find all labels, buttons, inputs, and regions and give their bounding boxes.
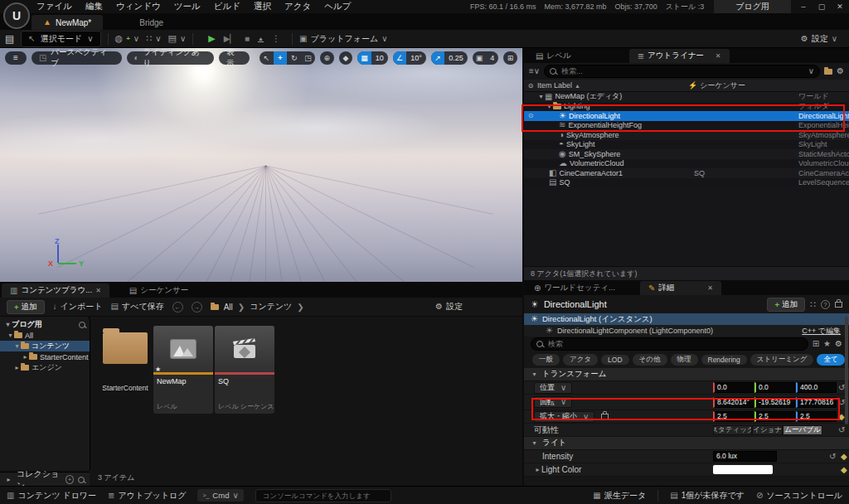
outliner-row-lighting[interactable]: ▾ Lighting フォルダ bbox=[524, 102, 849, 112]
tab-details[interactable]: ✎ 詳細 ✕ bbox=[640, 281, 721, 295]
intensity-field[interactable]: 6.0 lux bbox=[713, 451, 777, 462]
details-search-input[interactable] bbox=[546, 339, 803, 349]
project-root[interactable]: ▾ ブログ用 bbox=[0, 319, 90, 330]
viewport-menu-button[interactable]: ≡ bbox=[5, 51, 27, 65]
stop-button[interactable]: ■ bbox=[245, 35, 250, 43]
rotation-dropdown[interactable]: 回転 ∨ bbox=[534, 396, 572, 408]
tree-item-engine[interactable]: ▸ エンジン bbox=[0, 362, 90, 373]
toolbar-settings-button[interactable]: ⚙ 設定 ∨ bbox=[801, 33, 837, 45]
tree-item-content[interactable]: ▾ コンテンツ bbox=[0, 341, 90, 351]
filter-streaming[interactable]: ストリーミング bbox=[750, 354, 814, 366]
details-search[interactable] bbox=[531, 337, 808, 351]
content-drawer-button[interactable]: ▥ コンテンツ ドロワー bbox=[7, 490, 96, 502]
scale-x-field[interactable]: 2.5 bbox=[713, 411, 754, 422]
component-row-lightcomponent[interactable]: ☀ DirectionalLightComponent (LightCompon… bbox=[524, 325, 849, 337]
component-row-instance[interactable]: ☀ DirectionalLight (インスタンス) bbox=[524, 313, 849, 325]
col-sequencer[interactable]: シーケンサー bbox=[700, 80, 745, 91]
surface-snap-toggle[interactable]: ◆ bbox=[339, 51, 353, 65]
outliner-row-volumetriccloud[interactable]: ☁ VolumetricCloud VolumetricCloud bbox=[524, 159, 849, 169]
search-icon[interactable] bbox=[78, 477, 85, 483]
outliner-row-directionallight[interactable]: ⊙ ☀ DirectionalLight DirectionalLight bbox=[524, 111, 849, 121]
collections-bar[interactable]: ▸ コレクション + bbox=[0, 472, 90, 487]
quad-view-toggle[interactable]: ⊞ bbox=[503, 51, 517, 65]
location-x-field[interactable]: 0.0 bbox=[713, 382, 754, 393]
close-tab-icon[interactable]: ✕ bbox=[707, 285, 713, 292]
outliner-row-skysphere[interactable]: ◉ SM_SkySphere StaticMeshActor bbox=[524, 149, 849, 159]
camera-speed-value[interactable]: 4 bbox=[486, 54, 498, 62]
menu-build[interactable]: ビルド bbox=[214, 1, 240, 12]
cmd-dropdown[interactable]: >_ Cmd ∨ bbox=[197, 489, 243, 502]
cb-settings-button[interactable]: ⚙ 設定 bbox=[435, 301, 463, 313]
col-item-label[interactable]: Item Label bbox=[537, 81, 572, 90]
outliner-row-skyatmosphere[interactable]: ◑ SkyAtmosphere SkyAtmosphere bbox=[524, 130, 849, 140]
back-icon[interactable]: ← bbox=[172, 302, 183, 313]
angle-snap-value[interactable]: 10° bbox=[406, 54, 426, 62]
cinematics-button[interactable]: ▤∨ bbox=[167, 34, 186, 43]
outliner-search[interactable]: ∨ bbox=[544, 65, 820, 78]
reset-mobility-icon[interactable]: ↺ bbox=[838, 425, 845, 434]
maximize-button[interactable]: ▢ bbox=[813, 2, 831, 11]
menu-actor[interactable]: アクタ bbox=[284, 1, 311, 12]
select-mode-dropdown[interactable]: ↖ 選択モード ∨ bbox=[21, 31, 100, 47]
filter-general[interactable]: 一般 bbox=[532, 354, 560, 366]
filter-lod[interactable]: LOD bbox=[601, 355, 628, 365]
cb-add-button[interactable]: + 追加 bbox=[7, 300, 45, 314]
display-options-icon[interactable]: ⊞ bbox=[813, 340, 819, 348]
source-control-button[interactable]: ⊘ ソースコントロール bbox=[756, 490, 842, 502]
filter-all[interactable]: 全て bbox=[817, 354, 844, 366]
menu-tools[interactable]: ツール bbox=[174, 1, 201, 12]
tab-sequencer[interactable]: ▤ シーケンサー bbox=[121, 284, 196, 298]
select-tool[interactable]: ↖ bbox=[260, 51, 274, 65]
menu-select[interactable]: 選択 bbox=[254, 1, 271, 12]
rotation-x-field[interactable]: 8.642014° bbox=[713, 397, 754, 408]
scale-z-field[interactable]: 2.5 bbox=[796, 411, 837, 422]
filter-actor[interactable]: アクタ bbox=[563, 354, 598, 366]
import-button[interactable]: ↓ インポート bbox=[53, 301, 103, 313]
rotation-z-field[interactable]: 177.70816 bbox=[796, 397, 837, 408]
sequencer-binding[interactable]: SQ bbox=[694, 169, 705, 177]
angle-snap-toggle[interactable]: ∠ bbox=[393, 51, 406, 65]
edit-cpp-link[interactable]: C++ で編集 bbox=[802, 326, 841, 337]
asset-tile-startercontent[interactable]: StarterContent bbox=[97, 329, 153, 392]
view-mode-dropdown[interactable]: ◐ ライティングあり bbox=[127, 51, 215, 65]
menu-file[interactable]: ファイル bbox=[36, 1, 72, 12]
scale-dropdown[interactable]: 拡大・縮小 ∨ bbox=[534, 411, 594, 423]
scale-keyframe-icon[interactable]: ◆ bbox=[838, 412, 845, 421]
add-component-button[interactable]: + 追加 bbox=[767, 298, 805, 312]
console-command-box[interactable] bbox=[255, 489, 391, 502]
tab-outliner[interactable]: ≣ アウトライナー ✕ bbox=[629, 49, 730, 63]
outliner-settings-icon[interactable]: ⚙ bbox=[837, 67, 844, 75]
location-y-field[interactable]: 0.0 bbox=[754, 382, 795, 393]
location-dropdown[interactable]: 位置 ∨ bbox=[534, 382, 572, 394]
eye-icon[interactable]: ⊙ bbox=[524, 82, 537, 90]
eject-button[interactable]: ▲ bbox=[258, 36, 264, 42]
derived-data-button[interactable]: ▦ 派生データ bbox=[593, 490, 646, 502]
minimize-button[interactable]: – bbox=[794, 2, 813, 11]
new-folder-icon[interactable] bbox=[824, 69, 832, 75]
tab-levels[interactable]: ▤ レベル bbox=[527, 49, 580, 63]
skip-button[interactable]: ▶▏ bbox=[224, 35, 236, 43]
asset-card-newmap[interactable]: ★ NewMap レベル bbox=[153, 326, 213, 414]
outliner-row-cinecamera[interactable]: ◧ CineCameraActor1 SQ CineCameraActor bbox=[524, 168, 849, 178]
filter-icon[interactable]: ≡∨ bbox=[529, 67, 540, 75]
outliner-row-heightfog[interactable]: ≋ ExponentialHeightFog ExponentialHeight bbox=[524, 121, 849, 131]
breadcrumb-all[interactable]: All bbox=[224, 303, 233, 312]
forward-icon[interactable]: → bbox=[192, 302, 202, 313]
tab-bridge[interactable]: Bridge bbox=[128, 15, 175, 30]
mobility-movable[interactable]: ムーバブル bbox=[783, 425, 822, 435]
scale-y-field[interactable]: 2.5 bbox=[754, 411, 795, 422]
close-tab-icon[interactable]: ✕ bbox=[95, 288, 101, 294]
blueprint-convert-icon[interactable]: ∷ bbox=[810, 300, 816, 309]
play-options-kebab-icon[interactable]: ⋮ bbox=[272, 35, 280, 43]
details-scrollbar[interactable] bbox=[845, 317, 848, 424]
outliner-search-input[interactable] bbox=[560, 66, 805, 76]
menu-window[interactable]: ウィンドウ bbox=[116, 1, 161, 12]
save-all-button[interactable]: ▤ すべて保存 bbox=[111, 301, 164, 313]
add-collection-icon[interactable]: + bbox=[65, 475, 74, 484]
add-actor-button[interactable]: ◍+∨ bbox=[115, 34, 140, 43]
color-keyframe-icon[interactable]: ◆ bbox=[841, 465, 847, 474]
rotation-y-field[interactable]: -19.52619 bbox=[754, 397, 795, 408]
menu-edit[interactable]: 編集 bbox=[85, 1, 103, 12]
intensity-keyframe-icon[interactable]: ◆ bbox=[841, 452, 847, 461]
tab-world-settings[interactable]: ⊕ ワールドセッティ... bbox=[526, 281, 623, 295]
